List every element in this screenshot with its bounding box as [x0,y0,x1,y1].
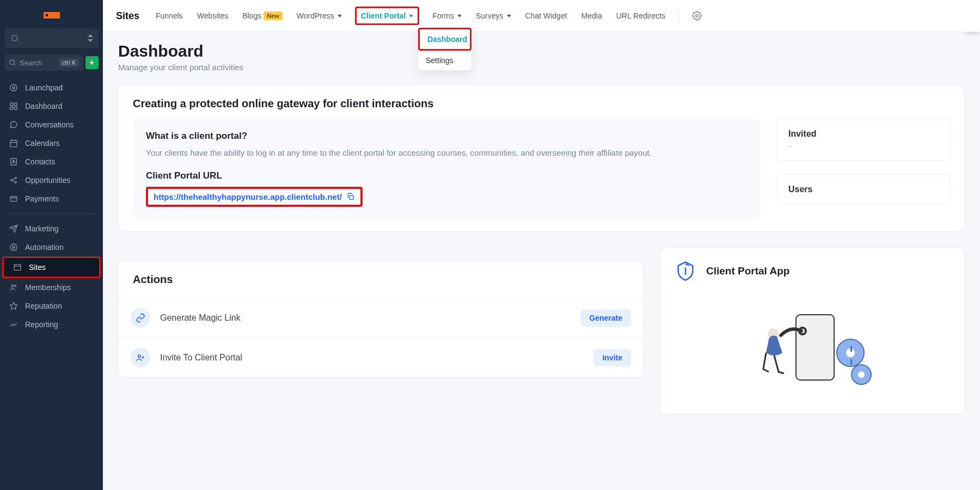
tab-media[interactable]: Media [580,8,603,23]
svg-rect-26 [850,359,852,365]
svg-point-1 [10,60,14,64]
account-icon [10,33,20,43]
grid-icon [9,101,19,111]
sidebar-item-label: Contacts [25,157,55,166]
sidebar-item-payments[interactable]: Payments [0,189,103,208]
svg-point-11 [11,180,13,181]
payments-icon [9,194,19,204]
bolt-button[interactable] [85,56,99,69]
illustration-svg [752,304,872,402]
magic-icon-chip [131,308,150,328]
tab-funnels[interactable]: Funnels [155,8,184,23]
sidebar-item-reporting[interactable]: Reporting [0,315,103,334]
nav-divider [8,213,95,214]
svg-point-2 [10,84,17,91]
svg-rect-7 [14,107,17,109]
stat-label: Invited [788,129,938,139]
tab-websites[interactable]: Websites [196,8,229,23]
tab-client-portal[interactable]: Client Portal [355,7,419,25]
account-selector[interactable] [4,28,99,48]
tab-url-redirects[interactable]: URL Redirects [615,8,667,23]
page-title: Dashboard [118,42,965,60]
portal-url-link[interactable]: https://thehealthyhappynurse.app.clientc… [154,192,342,201]
svg-point-21 [138,354,141,357]
tab-wordpress[interactable]: WordPress [296,8,343,23]
action-row-invite: Invite To Client Portal Invite [119,338,643,377]
invite-icon-chip [131,348,150,367]
invite-button[interactable]: Invite [593,349,631,366]
svg-rect-22 [796,315,834,380]
chevron-down-icon [338,15,342,17]
sidebar-item-marketing[interactable]: Marketing [0,219,103,238]
new-badge: New [264,11,283,20]
contacts-icon [9,157,19,167]
generate-button[interactable]: Generate [580,309,631,327]
svg-point-3 [13,87,15,89]
gear-icon [692,11,702,21]
chevron-down-icon [507,15,511,17]
tab-chat-widget[interactable]: Chat Widget [524,8,568,23]
sidebar-item-label: Payments [25,194,59,203]
sidebar-item-label: Launchpad [25,83,63,92]
stat-users: Users [776,174,950,205]
tab-blogs[interactable]: BlogsNew [241,8,284,23]
sidebar-item-memberships[interactable]: Memberships [0,278,103,297]
app-card: Client Portal App [660,248,965,414]
sites-icon [13,262,22,272]
url-label: Client Portal URL [146,170,748,181]
content: Dashboard Manage your client portal acti… [103,32,980,490]
sidebar-item-label: Conversations [25,120,74,129]
svg-rect-4 [10,103,13,106]
actions-title: Actions [133,273,629,286]
brand-logo [0,7,103,28]
action-label: Invite To Client Portal [160,353,242,363]
svg-rect-16 [14,265,21,271]
stat-invited: Invited - [776,119,950,161]
opportunities-icon [9,175,19,185]
sidebar-item-calendars[interactable]: Calendars [0,134,103,152]
chart-icon [9,320,19,329]
send-icon [9,224,19,234]
sidebar-item-opportunities[interactable]: Opportunities [0,171,103,189]
sidebar-item-label: Calendars [25,139,60,148]
action-label: Generate Magic Link [160,313,241,323]
portal-url-row: https://thehealthyhappynurse.app.clientc… [146,187,363,207]
sidebar-item-conversations[interactable]: Conversations [0,115,103,134]
svg-point-28 [858,371,865,378]
sidebar-item-dashboard[interactable]: Dashboard [0,97,103,115]
svg-point-12 [15,177,17,179]
sidebar-item-sites[interactable]: Sites [2,256,101,278]
user-plus-icon [136,353,145,363]
svg-rect-25 [850,346,852,352]
main: Sites Funnels Websites BlogsNew WordPres… [103,0,980,490]
svg-point-0 [12,35,18,41]
sidebar-item-label: Automation [25,243,64,252]
svg-point-18 [15,285,16,286]
dropdown-item-settings[interactable]: Settings [418,51,471,70]
sidebar-item-reputation[interactable]: Reputation [0,297,103,315]
sidebar-item-label: Sites [29,263,46,272]
gateway-card: Creating a protected online gateway for … [118,85,965,231]
sidebar-item-automation[interactable]: Automation [0,238,103,256]
sidebar-item-contacts[interactable]: Contacts [0,152,103,171]
copy-button[interactable] [346,192,355,201]
search-shortcut: ctrl K [59,58,79,67]
tab-forms[interactable]: Forms [431,8,463,23]
shield-icon [675,260,696,282]
chevron-down-icon [409,15,413,17]
sidebar-item-launchpad[interactable]: Launchpad [0,78,103,97]
svg-rect-8 [10,140,17,147]
actions-card: Actions Generate Magic Link Generate [118,261,644,378]
svg-rect-6 [10,107,13,109]
tab-surveys[interactable]: Surveys [475,8,512,23]
chevron-down-icon [457,15,462,17]
search-input[interactable]: Search ctrl K [4,54,83,71]
info-description: Your clients have the ability to log in … [146,147,748,160]
sidebar-item-label: Dashboard [25,102,63,111]
nav-group-2: Marketing Automation Sites Memberships R… [0,219,103,334]
settings-button[interactable] [691,10,703,22]
calendar-icon [9,138,19,148]
dropdown-item-dashboard[interactable]: Dashboard [418,28,471,51]
star-icon [9,301,19,311]
users-icon [9,283,19,292]
